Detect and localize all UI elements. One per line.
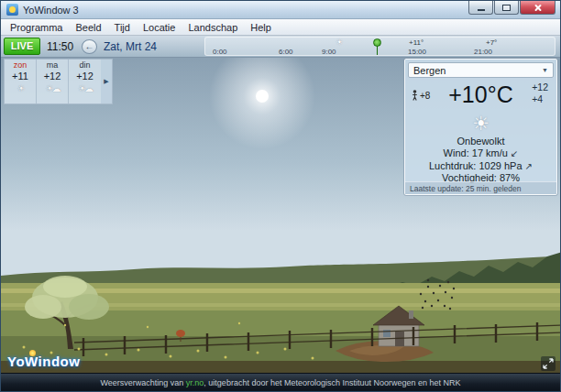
condition-text: Onbewolkt xyxy=(405,135,556,147)
forecast-day-ma[interactable]: ma +12 ☀☁ xyxy=(37,60,69,103)
forecast-panel: zon +11 ☀ ma +12 ☀☁ din +12 ☀☁ ▶ xyxy=(4,59,113,104)
window-title: YoWindow 3 xyxy=(23,5,79,16)
temperature-row: +8 +10°C +12 +4 xyxy=(405,80,556,113)
timeline-sun-icon: ☀ xyxy=(336,38,343,47)
pressure-label: Luchtdruk: xyxy=(429,160,476,171)
sun-cloud-icon: ☀☁ xyxy=(37,82,68,95)
yrno-link[interactable]: yr.no xyxy=(186,378,204,387)
minimize-icon xyxy=(478,9,485,11)
menu-item-programma[interactable]: Programma xyxy=(4,20,69,35)
menu-item-landschap[interactable]: Landschap xyxy=(182,20,244,35)
app-window: YoWindow 3 Programma Beeld Tijd Locatie … xyxy=(0,0,561,392)
fullscreen-expand-icon xyxy=(543,358,554,369)
menu-item-beeld[interactable]: Beeld xyxy=(69,20,107,35)
chevron-right-icon: ▶ xyxy=(104,78,108,85)
weather-panel: Bergen ▼ +8 +10°C +12 +4 ☀ Onbewolkt Win… xyxy=(404,59,557,195)
pressure-value: 1029 hPa xyxy=(478,160,522,171)
time-slider-track[interactable]: ☀ +11° +7° 0:00 6:00 9:00 15:00 21:00 xyxy=(204,37,556,56)
last-update: Laatste update: 25 min. geleden xyxy=(405,181,556,194)
forecast-day-temp: +12 xyxy=(69,71,101,82)
wind-value: 17 km/u xyxy=(472,147,508,158)
live-button[interactable]: LIVE xyxy=(4,38,40,55)
forecast-day-name: ma xyxy=(37,60,68,71)
forecast-day-temp: +11 xyxy=(5,71,36,82)
timeline-tick-2100: 21:00 xyxy=(474,48,492,56)
high-temp: +12 xyxy=(532,82,548,93)
location-name: Bergen xyxy=(413,65,446,76)
maximize-button[interactable] xyxy=(494,1,519,15)
menu-item-tijd[interactable]: Tijd xyxy=(108,20,137,35)
timeline-tick-1500: 15:00 xyxy=(408,48,426,56)
logo-text: YoWindow xyxy=(7,354,80,369)
location-selector[interactable]: Bergen ▼ xyxy=(408,62,554,78)
forecast-day-name: din xyxy=(69,60,101,71)
time-slider-knob[interactable] xyxy=(373,38,381,56)
logo-sun-icon xyxy=(29,350,36,356)
sun-cloud-icon: ☀☁ xyxy=(69,82,101,95)
forecast-expand-button[interactable]: ▶ xyxy=(101,60,112,103)
maximize-icon xyxy=(502,5,511,11)
sun-icon: ☀ xyxy=(5,82,36,95)
status-text-suffix: , uitgebracht door het Meteorologisch In… xyxy=(204,378,460,387)
menubar: Programma Beeld Tijd Locatie Landschap H… xyxy=(1,19,560,36)
forecast-day-temp: +12 xyxy=(37,71,68,82)
minimize-button[interactable] xyxy=(468,1,493,15)
back-arrow-button[interactable]: ← xyxy=(82,39,97,54)
high-low-temps: +12 +4 xyxy=(532,82,548,105)
sun xyxy=(256,90,269,103)
menu-item-help[interactable]: Help xyxy=(244,20,278,35)
wind-label: Wind: xyxy=(444,147,469,158)
window-controls xyxy=(468,1,556,15)
forecast-day-din[interactable]: din +12 ☀☁ xyxy=(69,60,101,103)
current-date: Zat, Mrt 24 xyxy=(104,40,157,53)
menu-item-locatie[interactable]: Locatie xyxy=(137,20,182,35)
close-icon xyxy=(534,4,542,12)
condition-sun-icon: ☀ xyxy=(405,113,556,135)
forecast-day-name: zon xyxy=(5,60,36,71)
timeline-tick-0000: 0:00 xyxy=(213,48,227,56)
titlebar[interactable]: YoWindow 3 xyxy=(1,1,560,19)
app-icon xyxy=(6,4,18,16)
close-button[interactable] xyxy=(520,1,556,15)
chevron-down-icon: ▼ xyxy=(542,67,548,73)
pressure-trend-icon: ↗ xyxy=(525,161,533,171)
low-temp: +4 xyxy=(532,93,548,105)
wind-direction-icon: ↙ xyxy=(511,148,518,158)
timeline-temp-high: +11° xyxy=(409,38,424,47)
statusbar: Weersverwachting van yr.no , uitgebracht… xyxy=(1,373,560,391)
pressure-row: Luchtdruk: 1029 hPa ↗ xyxy=(405,160,556,173)
forecast-day-zon[interactable]: zon +11 ☀ xyxy=(5,60,37,103)
timeline-tick-0900: 9:00 xyxy=(322,48,336,56)
status-text-prefix: Weersverwachting van xyxy=(100,378,185,387)
current-time: 11:50 xyxy=(47,40,73,53)
toolbar: LIVE 11:50 ← Zat, Mrt 24 ☀ +11° +7° 0:00… xyxy=(1,36,560,58)
wind-row: Wind: 17 km/u ↙ xyxy=(405,147,556,160)
timeline-temp-low: +7° xyxy=(486,38,497,47)
yowindow-logo: YoWindow xyxy=(7,354,80,369)
fullscreen-button[interactable] xyxy=(541,356,556,371)
timeline-tick-0600: 6:00 xyxy=(279,48,293,56)
